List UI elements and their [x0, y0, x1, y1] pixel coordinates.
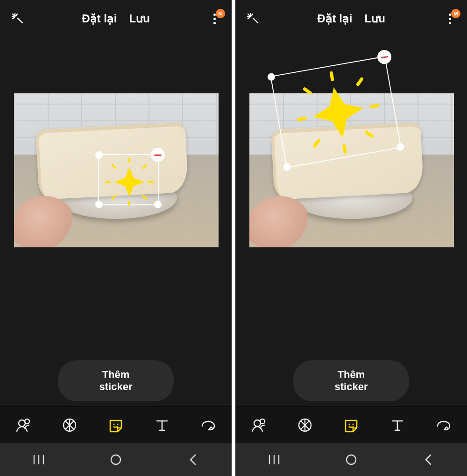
canvas-area[interactable] [235, 37, 467, 369]
tool-filter[interactable] [57, 412, 83, 438]
svg-point-20 [113, 423, 114, 425]
canvas-area[interactable] [0, 37, 232, 369]
svg-line-33 [344, 146, 345, 152]
save-button[interactable]: Lưu [129, 12, 150, 25]
svg-line-39 [304, 88, 310, 94]
add-sticker-button[interactable]: Thêm sticker [293, 360, 409, 401]
resize-handle-tl[interactable] [95, 151, 103, 159]
tool-sticker[interactable] [338, 412, 364, 438]
more-menu-button[interactable]: M [438, 7, 461, 30]
svg-point-15 [25, 419, 29, 424]
tool-filter[interactable] [292, 412, 318, 438]
svg-point-51 [347, 455, 356, 464]
magic-wand-button[interactable] [6, 7, 29, 30]
tool-draw[interactable] [195, 412, 221, 438]
svg-point-21 [117, 423, 118, 425]
svg-line-32 [331, 73, 332, 79]
header-actions: Đặt lại Lưu [317, 12, 385, 25]
svg-line-10 [143, 165, 146, 168]
svg-line-35 [299, 119, 305, 119]
svg-line-31 [248, 17, 250, 19]
add-sticker-button[interactable]: Thêm sticker [58, 360, 174, 401]
svg-line-26 [253, 18, 258, 23]
tool-sticker[interactable] [103, 412, 129, 438]
reset-button[interactable]: Đặt lại [82, 12, 117, 25]
svg-line-4 [16, 14, 17, 16]
tool-portrait[interactable] [246, 412, 272, 438]
svg-line-37 [314, 140, 319, 146]
sparkle-sticker-icon[interactable] [271, 56, 403, 168]
resize-handle-br[interactable] [154, 201, 162, 208]
save-button[interactable]: Lưu [365, 12, 385, 25]
resize-handle-bl[interactable] [95, 201, 103, 208]
more-icon [449, 14, 451, 24]
svg-line-0 [18, 18, 22, 23]
android-nav-bar [235, 443, 467, 476]
nav-home[interactable] [337, 450, 365, 469]
svg-line-3 [13, 14, 14, 16]
delete-sticker-handle[interactable] [151, 148, 165, 162]
photo-preview[interactable] [14, 93, 219, 247]
svg-point-46 [348, 423, 350, 425]
svg-point-41 [260, 419, 265, 424]
more-menu-button[interactable]: M [203, 7, 226, 30]
sticker-selection[interactable] [270, 56, 402, 168]
svg-line-36 [357, 79, 363, 84]
edit-toolbar [235, 406, 467, 443]
svg-line-11 [113, 196, 115, 199]
magic-wand-button[interactable] [241, 7, 264, 30]
screen-right: Đặt lại Lưu M [235, 0, 467, 476]
svg-line-12 [143, 196, 146, 199]
notification-badge: M [216, 9, 225, 18]
tool-portrait[interactable] [10, 412, 36, 438]
svg-line-38 [367, 132, 372, 137]
top-bar: Đặt lại Lưu M [235, 0, 467, 37]
svg-line-13 [113, 165, 115, 168]
more-icon [213, 14, 216, 24]
svg-line-29 [248, 14, 250, 16]
android-nav-bar [0, 443, 232, 476]
reset-button[interactable]: Đặt lại [317, 12, 352, 25]
svg-line-30 [251, 14, 253, 16]
nav-back[interactable] [179, 450, 207, 469]
notification-badge: M [451, 9, 460, 18]
tool-text[interactable] [384, 412, 410, 438]
header-actions: Đặt lại Lưu [82, 12, 150, 25]
screen-left: Đặt lại Lưu M [0, 0, 232, 476]
svg-line-5 [13, 17, 14, 19]
top-bar: Đặt lại Lưu M [0, 0, 232, 37]
tool-text[interactable] [149, 412, 175, 438]
photo-preview[interactable] [249, 93, 454, 247]
svg-point-47 [352, 423, 354, 425]
sticker-selection[interactable] [98, 154, 159, 205]
svg-line-34 [371, 105, 378, 106]
edit-toolbar [0, 406, 232, 443]
tool-draw[interactable] [431, 412, 457, 438]
sparkle-sticker-icon[interactable] [99, 155, 160, 206]
nav-back[interactable] [414, 450, 442, 469]
nav-home[interactable] [102, 450, 130, 469]
nav-recents[interactable] [25, 450, 53, 469]
svg-point-25 [111, 455, 120, 464]
nav-recents[interactable] [260, 450, 288, 469]
